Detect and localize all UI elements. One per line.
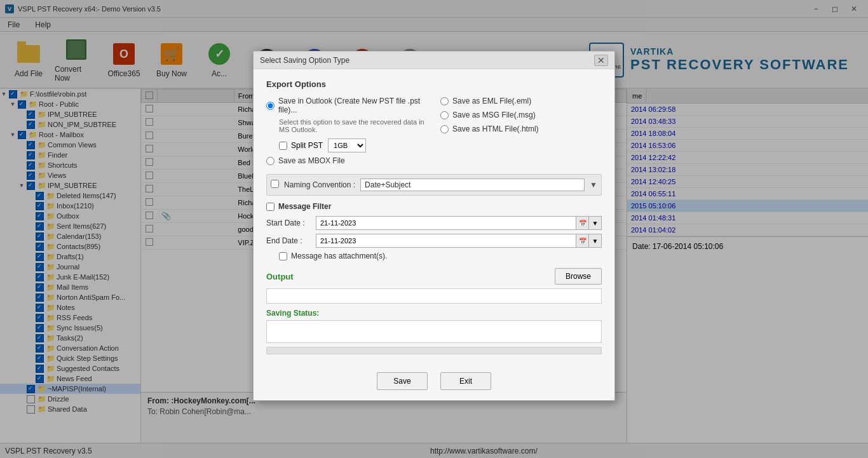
split-pst-text: Split PST (291, 141, 323, 150)
radio-save-outlook[interactable]: Save in Outlook (Create New PST file .ps… (266, 97, 428, 114)
naming-checkbox[interactable] (271, 180, 279, 188)
output-section: Output Browse (266, 268, 602, 304)
start-date-dropdown-button[interactable]: ▼ (588, 217, 601, 229)
message-filter-section: Message Filter Start Date : 📅 ▼ End Date… (266, 202, 602, 260)
naming-checkbox-label[interactable] (271, 180, 279, 188)
message-filter-title: Message Filter (278, 202, 331, 211)
radio-save-msg[interactable]: Save as MSG File(.msg) (440, 111, 602, 119)
radio-msg-label: Save as MSG File(.msg) (452, 111, 536, 119)
naming-dropdown-arrow[interactable]: ▼ (590, 180, 597, 189)
split-pst-label[interactable]: Split PST (279, 141, 323, 150)
message-filter-checkbox[interactable] (266, 203, 275, 211)
saving-status-label: Saving Status: (266, 309, 602, 318)
split-pst-check[interactable] (279, 142, 287, 150)
exit-button[interactable]: Exit (440, 372, 491, 390)
save-button[interactable]: Save (377, 372, 428, 390)
saving-status-box (266, 320, 602, 343)
naming-label: Naming Convention : (284, 180, 355, 189)
radio-eml-label: Save as EML File(.eml) (452, 97, 531, 105)
radio-msg-input[interactable] (440, 111, 449, 119)
split-pst-row: Split PST 1GB 2GB 5GB (279, 138, 428, 152)
radio-mbox-label: Save as MBOX File (278, 156, 345, 165)
outlook-description: Select this option to save the recovered… (279, 118, 428, 133)
end-date-label: End Date : (266, 236, 311, 245)
start-date-cal-button[interactable]: 📅 (576, 217, 588, 229)
modal-footer: Save Exit (254, 365, 614, 400)
radio-outlook-label: Save in Outlook (Create New PST file .ps… (278, 97, 428, 114)
naming-convention-row: Naming Convention : ▼ (266, 174, 602, 196)
start-date-input[interactable] (316, 217, 576, 229)
export-left-col: Save in Outlook (Create New PST file .ps… (266, 97, 428, 169)
attachment-label: Message has attachment(s). (291, 252, 387, 260)
radio-save-html[interactable]: Save as HTML File(.html) (440, 125, 602, 133)
end-date-cal-button[interactable]: 📅 (576, 234, 588, 247)
modal-body: Export Options Save in Outlook (Create N… (254, 69, 614, 365)
browse-button[interactable]: Browse (555, 268, 602, 285)
attachment-checkbox[interactable] (279, 252, 287, 260)
split-pst-select[interactable]: 1GB 2GB 5GB (328, 138, 366, 152)
start-date-row: Start Date : 📅 ▼ (266, 216, 602, 230)
radio-outlook-input[interactable] (266, 102, 275, 110)
modal-title: Select Saving Option Type (260, 56, 349, 65)
radio-html-input[interactable] (440, 125, 449, 133)
output-header: Output Browse (266, 268, 602, 285)
export-options-columns: Save in Outlook (Create New PST file .ps… (266, 97, 602, 169)
export-right-col: Save as EML File(.eml) Save as MSG File(… (440, 97, 602, 169)
export-options-title: Export Options (266, 79, 602, 89)
filter-header: Message Filter (266, 202, 602, 211)
start-date-field[interactable]: 📅 ▼ (316, 216, 602, 230)
output-label: Output (266, 272, 294, 281)
radio-save-eml[interactable]: Save as EML File(.eml) (440, 97, 602, 105)
end-date-dropdown-button[interactable]: ▼ (588, 234, 601, 247)
naming-value-input[interactable] (360, 178, 585, 191)
radio-mbox-input[interactable] (266, 157, 275, 165)
end-date-row: End Date : 📅 ▼ (266, 234, 602, 248)
modal-close-button[interactable]: ✕ (594, 55, 608, 66)
radio-save-mbox[interactable]: Save as MBOX File (266, 156, 428, 165)
start-date-label: Start Date : (266, 219, 311, 227)
output-path-box (266, 288, 602, 304)
radio-eml-input[interactable] (440, 97, 449, 105)
end-date-input[interactable] (316, 234, 576, 247)
saving-section: Saving Status: (266, 309, 602, 343)
progress-bar-area (266, 347, 602, 354)
modal-title-bar: Select Saving Option Type ✕ (254, 51, 614, 69)
end-date-field[interactable]: 📅 ▼ (316, 234, 602, 248)
modal-dialog: Select Saving Option Type ✕ Export Optio… (253, 51, 615, 401)
modal-overlay: Select Saving Option Type ✕ Export Optio… (0, 0, 868, 458)
radio-html-label: Save as HTML File(.html) (452, 125, 539, 133)
attachment-checkbox-label[interactable]: Message has attachment(s). (279, 252, 602, 260)
progress-bar (266, 347, 602, 354)
